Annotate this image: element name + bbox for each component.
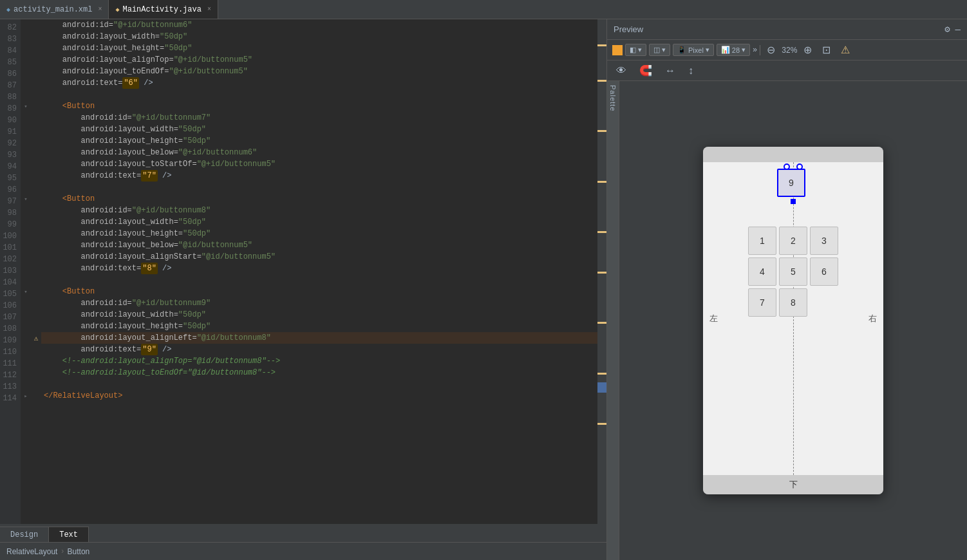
code-line[interactable]: android:layout_height="50dp" xyxy=(41,42,597,54)
design-surface-btn[interactable]: ◧ ▾ xyxy=(625,44,646,56)
button-4[interactable]: 4 xyxy=(748,257,776,286)
gutter-cell[interactable]: ⚠ xyxy=(31,332,41,344)
button-1[interactable]: 1 xyxy=(748,227,776,255)
code-token: android:layout_height= xyxy=(44,135,183,147)
fold-cell xyxy=(21,182,31,193)
settings-icon[interactable]: ⚙ xyxy=(944,24,950,35)
breadcrumb: RelativeLayout › Button xyxy=(0,542,606,560)
tab-text[interactable]: Text xyxy=(49,527,89,542)
code-line[interactable]: <Button xyxy=(41,193,597,205)
tab-close-xml[interactable]: × xyxy=(98,6,102,13)
code-line[interactable]: android:id="@+id/buttonnum7" xyxy=(41,112,597,124)
gutter-cell xyxy=(31,228,41,239)
line-number: 101 xyxy=(3,242,17,254)
code-line[interactable]: android:layout_below="@id/buttonnum5" xyxy=(41,239,597,251)
line-number: 93 xyxy=(3,149,17,161)
code-token: "50dp" xyxy=(183,135,211,147)
line-number: 114 xyxy=(3,393,17,404)
code-line[interactable]: <!--android:layout_alignTop="@id/buttonn… xyxy=(41,355,597,367)
code-line[interactable]: android:text="9" /> xyxy=(41,344,597,355)
code-line[interactable]: android:layout_width="50dp" xyxy=(41,309,597,321)
code-line[interactable]: </RelativeLayout> xyxy=(41,390,597,402)
fit-screen-btn[interactable]: ⊡ xyxy=(818,42,834,57)
vertical-arrow-btn[interactable]: ↕ xyxy=(684,64,697,78)
code-line[interactable]: android:layout_width="50dp" xyxy=(41,124,597,135)
center-line xyxy=(793,162,794,475)
warning-btn[interactable]: ⚠ xyxy=(837,42,854,57)
handle-bottom-center[interactable] xyxy=(791,199,796,204)
code-line[interactable]: android:id="@+id/buttonnum8" xyxy=(41,205,597,216)
code-content[interactable]: android:id="@+id/buttonnum6" android:lay… xyxy=(41,19,597,524)
code-token: android:layout_below= xyxy=(44,239,178,251)
minimize-icon[interactable]: — xyxy=(955,24,961,35)
magnet-btn[interactable]: 🧲 xyxy=(635,63,656,78)
code-line[interactable]: android:layout_height="50dp" xyxy=(41,228,597,239)
device-label: Pixel xyxy=(688,46,704,54)
code-line[interactable]: android:layout_below="@+id/buttonnum6" xyxy=(41,147,597,158)
eye-btn[interactable]: 👁 xyxy=(612,64,630,78)
tab-close-java[interactable]: × xyxy=(207,6,211,13)
fold-cell[interactable]: ▾ xyxy=(21,100,31,112)
gutter-cell xyxy=(31,321,41,332)
code-line[interactable] xyxy=(41,89,597,100)
code-line[interactable]: android:layout_width="50dp" xyxy=(41,216,597,228)
code-line[interactable]: android:layout_height="50dp" xyxy=(41,135,597,147)
code-line[interactable] xyxy=(41,182,597,193)
button-9[interactable]: 9 xyxy=(777,169,805,197)
code-line[interactable]: android:text="7" /> xyxy=(41,170,597,182)
more-options[interactable]: » xyxy=(753,46,757,55)
tab-main-activity-java[interactable]: ◆ MainActivity.java × xyxy=(109,0,218,19)
button-6[interactable]: 6 xyxy=(810,257,838,286)
code-line[interactable]: <Button xyxy=(41,100,597,112)
breadcrumb-item-2[interactable]: Button xyxy=(68,547,90,556)
code-line[interactable]: android:id="@+id/buttonnum9" xyxy=(41,297,597,309)
code-token: android:id= xyxy=(44,19,113,31)
fold-cell xyxy=(21,124,31,135)
tab-activity-main-xml[interactable]: ◆ activity_main.xml × xyxy=(0,0,109,19)
button-3[interactable]: 3 xyxy=(810,227,838,255)
code-line[interactable] xyxy=(41,378,597,390)
button-7[interactable]: 7 xyxy=(748,288,776,317)
tab-bar: ◆ activity_main.xml × ◆ MainActivity.jav… xyxy=(0,0,967,19)
code-line[interactable]: <Button xyxy=(41,286,597,297)
zoom-out-btn[interactable]: ⊖ xyxy=(763,42,779,57)
code-line[interactable]: android:layout_toStartOf="@+id/buttonnum… xyxy=(41,158,597,170)
code-line[interactable]: android:id="@+id/buttonnum6" xyxy=(41,19,597,31)
scroll-thumb[interactable] xyxy=(597,382,606,393)
fold-cell[interactable]: ▾ xyxy=(21,286,31,297)
button-8[interactable]: 8 xyxy=(779,288,807,317)
preview-panel: Preview ⚙ — ◧ ▾ ◫ ▾ 📱 P xyxy=(606,19,967,560)
code-token: "50dp" xyxy=(178,124,206,135)
tab-design[interactable]: Design xyxy=(0,527,49,542)
code-line[interactable] xyxy=(41,274,597,286)
fold-cell[interactable]: ▸ xyxy=(21,390,31,402)
zoom-in-btn[interactable]: ⊕ xyxy=(800,42,816,57)
line-number: 84 xyxy=(3,45,17,57)
code-line[interactable]: android:layout_alignLeft="@id/buttonnum8… xyxy=(41,332,597,344)
button-2[interactable]: 2 xyxy=(779,227,807,255)
breadcrumb-item-1[interactable]: RelativeLayout xyxy=(6,547,57,556)
button-5[interactable]: 5 xyxy=(779,257,807,286)
fold-cell[interactable]: ▾ xyxy=(21,193,31,205)
btn1-label: 1 xyxy=(760,236,765,246)
code-token xyxy=(44,286,62,297)
code-token: android:text= xyxy=(44,170,141,182)
code-line[interactable]: android:layout_toEndOf="@+id/buttonnum5" xyxy=(41,66,597,77)
code-token: android:layout_alignTop= xyxy=(44,54,174,66)
blueprint-btn[interactable]: ◫ ▾ xyxy=(649,44,670,56)
code-line[interactable]: android:layout_height="50dp" xyxy=(41,321,597,332)
palette-sidebar[interactable]: Palette xyxy=(607,81,619,560)
handle-top-right[interactable] xyxy=(796,163,803,170)
handle-top-left[interactable] xyxy=(784,163,790,170)
code-line[interactable]: android:layout_width="50dp" xyxy=(41,31,597,42)
gutter-cell xyxy=(31,286,41,297)
code-line[interactable]: android:layout_alignStart="@id/buttonnum… xyxy=(41,251,597,263)
code-line[interactable]: android:layout_alignTop="@+id/buttonnum5… xyxy=(41,54,597,66)
code-line[interactable]: android:text="8" /> xyxy=(41,263,597,274)
fold-cell xyxy=(21,321,31,332)
horizontal-arrow-btn[interactable]: ↔ xyxy=(661,64,679,78)
code-line[interactable]: <!--android:layout_toEndOf="@id/buttonnu… xyxy=(41,367,597,378)
device-btn[interactable]: 📱 Pixel ▾ xyxy=(673,44,714,56)
api-btn[interactable]: 📊 28 ▾ xyxy=(717,44,750,56)
code-line[interactable]: android:text="6" /> xyxy=(41,77,597,89)
